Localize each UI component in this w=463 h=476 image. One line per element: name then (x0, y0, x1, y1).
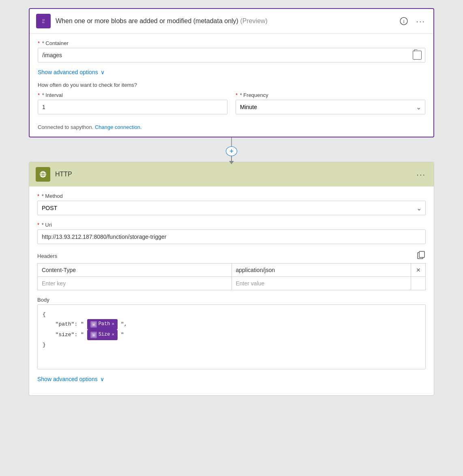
show-advanced-label-trigger: Show advanced options (38, 69, 98, 75)
trigger-icon: 10 01 (36, 14, 51, 28)
info-button[interactable]: i (398, 15, 409, 27)
frequency-label: * * Frequency (236, 92, 425, 98)
container-label: * * Container (38, 40, 425, 46)
interval-value: 1 (42, 104, 45, 110)
header-key-cell-2[interactable]: Enter key (38, 277, 232, 290)
interval-required: * (38, 92, 40, 98)
body-line-size: "size": " ⊞ Size ✕ " (43, 330, 420, 340)
size-token-label: Size (99, 330, 110, 339)
uri-required: * (37, 222, 39, 228)
show-advanced-link-trigger[interactable]: Show advanced options ∨ (38, 69, 425, 75)
path-token-chip[interactable]: ⊞ Path ✕ (87, 319, 118, 330)
http-header-actions: ··· (415, 168, 427, 181)
connection-text: Connected to sapython. (38, 124, 93, 130)
container-input-wrapper[interactable]: /images (38, 48, 425, 62)
add-step-button[interactable]: + (226, 146, 237, 156)
frequency-required: * (236, 92, 238, 98)
trigger-title: When one or more blobs are added or modi… (56, 17, 393, 25)
trigger-card-body: * * Container /images Show advanced opti… (30, 34, 433, 137)
header-key-cell-1[interactable]: Content-Type (38, 264, 232, 277)
svg-text:⊞: ⊞ (93, 334, 94, 337)
trigger-card: 10 01 When one or more blobs are added o… (29, 8, 434, 137)
header-key-placeholder: Enter key (42, 280, 66, 287)
change-connection-link[interactable]: Change connection. (95, 124, 142, 130)
method-required: * (37, 193, 39, 199)
container-required: * (38, 40, 40, 46)
container-field-group: * * Container /images (38, 40, 425, 62)
interval-label-text: * Interval (42, 92, 63, 98)
interval-field-group: * * Interval 1 (38, 92, 227, 114)
connection-info: Connected to sapython. Change connection… (38, 124, 425, 130)
size-token-icon: ⊞ (90, 332, 97, 338)
advanced-section: How often do you want to check for items… (38, 82, 425, 121)
uri-value: http://13.93.212.187:8080/function/stora… (42, 234, 166, 240)
method-field-group: * * Method POST GET PUT DELETE PATCH ⌄ (37, 193, 426, 215)
body-line-path: "path": " ⊞ Path ✕ ", (43, 319, 420, 330)
frequency-select[interactable]: Minute Second Hour Day Week Month (236, 100, 425, 114)
method-label-text: * Method (42, 193, 63, 199)
headers-table: Content-Type application/json ✕ Enter ke… (37, 263, 426, 290)
trigger-card-header: 10 01 When one or more blobs are added o… (30, 9, 433, 34)
headers-field-group: Headers Content-Type application/json ✕ (37, 251, 426, 290)
header-value-cell-2[interactable]: Enter value (232, 277, 411, 290)
http-card: HTTP ··· * * Method POST GET PUT (29, 162, 434, 396)
uri-field-group: * * Uri http://13.93.212.187:8080/functi… (37, 222, 426, 244)
http-card-header: HTTP ··· (29, 162, 434, 187)
plus-icon: + (229, 147, 234, 156)
http-more-options-button[interactable]: ··· (415, 168, 427, 181)
copy-headers-icon[interactable] (417, 251, 426, 262)
svg-text:⊞: ⊞ (93, 323, 94, 326)
path-token-icon: ⊞ (90, 321, 97, 328)
method-label: * * Method (37, 193, 426, 199)
headers-row: Headers (37, 251, 426, 262)
interval-frequency-row: * * Interval 1 * * Frequency (38, 92, 425, 121)
uri-input[interactable]: http://13.93.212.187:8080/function/stora… (37, 229, 426, 244)
svg-rect-11 (419, 251, 424, 257)
body-label: Body (37, 297, 426, 303)
body-field-group: Body { "path": " ⊞ Path ✕ ", (37, 297, 426, 369)
check-label: How often do you want to check for items… (38, 82, 425, 88)
uri-label-text: * Uri (42, 222, 52, 228)
connector-line-top (231, 137, 232, 146)
show-advanced-label-http: Show advanced options (37, 376, 98, 382)
container-label-text: * Container (42, 40, 69, 46)
trigger-header-actions: i ··· (398, 15, 427, 28)
table-row: Content-Type application/json ✕ (38, 264, 426, 277)
connector-arrow (231, 156, 232, 162)
header-value-cell-1[interactable]: application/json (232, 264, 411, 277)
table-row: Enter key Enter value (38, 277, 426, 290)
interval-input[interactable]: 1 (38, 100, 227, 114)
header-value-placeholder: Enter value (236, 280, 265, 287)
path-token-label: Path (99, 320, 110, 329)
more-options-button[interactable]: ··· (414, 15, 427, 28)
trigger-title-text: When one or more blobs are added or modi… (56, 17, 238, 24)
step-connector: + (226, 137, 237, 162)
header-delete-button-2 (411, 277, 426, 290)
folder-icon[interactable] (413, 51, 422, 60)
uri-label: * * Uri (37, 222, 426, 228)
svg-text:i: i (403, 18, 405, 24)
frequency-field-group: * * Frequency Minute Second Hour Day Wee… (236, 92, 425, 114)
method-select[interactable]: POST GET PUT DELETE PATCH (37, 201, 426, 215)
body-line-close: } (43, 340, 420, 349)
body-area[interactable]: { "path": " ⊞ Path ✕ ", "si (37, 304, 426, 369)
method-select-wrapper: POST GET PUT DELETE PATCH ⌄ (37, 201, 426, 215)
chevron-down-icon-http: ∨ (100, 376, 104, 382)
path-token-close[interactable]: ✕ (111, 320, 114, 328)
trigger-preview-label: (Preview) (240, 17, 268, 24)
http-card-body: * * Method POST GET PUT DELETE PATCH ⌄ (29, 187, 434, 395)
frequency-select-wrapper: Minute Second Hour Day Week Month ⌄ (236, 100, 425, 114)
flow-container: 10 01 When one or more blobs are added o… (8, 8, 455, 396)
http-icon (36, 167, 50, 182)
header-delete-button-1[interactable]: ✕ (411, 264, 426, 277)
http-title: HTTP (55, 171, 410, 178)
interval-label: * * Interval (38, 92, 227, 98)
show-advanced-link-http[interactable]: Show advanced options ∨ (37, 376, 426, 382)
size-token-chip[interactable]: ⊞ Size ✕ (87, 330, 118, 340)
svg-text:01: 01 (42, 21, 45, 24)
container-value: /images (42, 52, 227, 58)
frequency-label-text: * Frequency (240, 92, 268, 98)
size-token-close[interactable]: ✕ (111, 331, 114, 339)
body-line-open: { (43, 310, 420, 319)
chevron-down-icon-trigger: ∨ (101, 69, 105, 75)
